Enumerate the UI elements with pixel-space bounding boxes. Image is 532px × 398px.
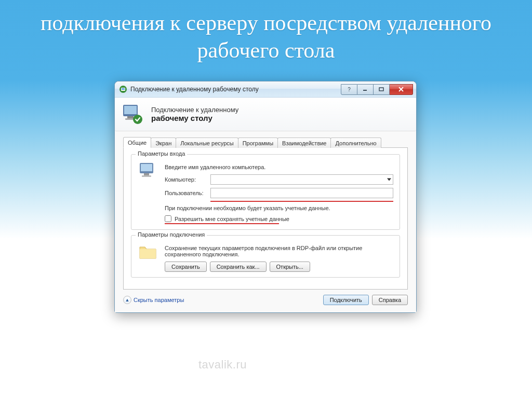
help-button[interactable]: ? (341, 84, 357, 95)
maximize-button[interactable] (374, 84, 390, 95)
tab-programs[interactable]: Программы (238, 138, 278, 148)
save-as-button[interactable]: Сохранить как... (210, 262, 267, 272)
hide-parameters-link[interactable]: ▲ Скрыть параметры (123, 296, 184, 304)
dialog-header-line2: рабочему столу (151, 114, 238, 122)
folder-icon (138, 242, 158, 272)
window-title: Подключение к удаленному рабочему столу (130, 86, 341, 93)
tabs: Общие Экран Локальные ресурсы Программы … (123, 136, 408, 148)
svg-rect-14 (144, 173, 149, 175)
connect-button[interactable]: Подключить (323, 295, 369, 305)
tab-experience[interactable]: Взаимодействие (277, 138, 331, 148)
app-icon (119, 85, 127, 93)
tab-advanced[interactable]: Дополнительно (330, 138, 381, 148)
computer-icon (138, 161, 158, 224)
svg-point-11 (133, 115, 142, 124)
computer-combobox[interactable] (210, 174, 393, 185)
connection-settings-group: Параметры подключения Сохранение текущих… (131, 235, 400, 278)
computer-label: Компьютер: (165, 176, 210, 183)
watermark: tavalik.ru (198, 358, 247, 372)
save-button[interactable]: Сохранить (165, 262, 207, 272)
tab-panel-general: Параметры входа Введите имя удаленного (123, 148, 408, 290)
credentials-note: При подключении необходимо будет указать… (165, 205, 393, 211)
svg-rect-4 (379, 88, 383, 91)
save-credentials-checkbox[interactable] (165, 215, 171, 222)
login-intro: Введите имя удаленного компьютера. (165, 164, 393, 170)
svg-rect-8 (124, 106, 137, 114)
tab-general[interactable]: Общие (123, 137, 151, 148)
tab-display[interactable]: Экран (151, 138, 176, 148)
titlebar[interactable]: Подключение к удаленному рабочему столу … (115, 81, 416, 98)
login-settings-group: Параметры входа Введите имя удаленного (131, 154, 400, 230)
bottom-bar: ▲ Скрыть параметры Подключить Справка (123, 295, 408, 305)
dialog-header-line1: Подключение к удаленному (151, 106, 238, 114)
dialog-header: Подключение к удаленному рабочему столу (115, 98, 416, 131)
svg-rect-9 (127, 116, 134, 118)
tab-local-resources[interactable]: Локальные ресурсы (176, 138, 238, 148)
minimize-button[interactable] (357, 84, 374, 95)
red-underline-user (210, 201, 393, 202)
save-credentials-row[interactable]: Разрешить мне сохранять учетные данные (165, 215, 393, 222)
login-group-title: Параметры входа (136, 150, 187, 157)
red-underline-checkbox (165, 223, 279, 224)
chevron-up-icon: ▲ (123, 296, 131, 304)
open-button[interactable]: Открыть... (270, 262, 310, 272)
svg-rect-15 (142, 175, 151, 177)
hide-parameters-label: Скрыть параметры (134, 297, 184, 303)
svg-rect-13 (141, 164, 152, 171)
help-footer-button[interactable]: Справка (372, 295, 408, 305)
save-credentials-label: Разрешить мне сохранять учетные данные (175, 216, 289, 222)
username-field[interactable] (210, 188, 393, 198)
conn-text: Сохранение текущих параметров подключени… (165, 245, 393, 257)
conn-group-title: Параметры подключения (136, 231, 207, 238)
svg-rect-2 (122, 88, 125, 90)
user-label: Пользователь: (165, 190, 210, 196)
remote-desktop-icon (120, 102, 145, 127)
rdp-window: Подключение к удаленному рабочему столу … (114, 81, 417, 313)
close-button[interactable] (390, 84, 413, 95)
slide-title: подключения к серверу посредством удален… (0, 0, 532, 68)
